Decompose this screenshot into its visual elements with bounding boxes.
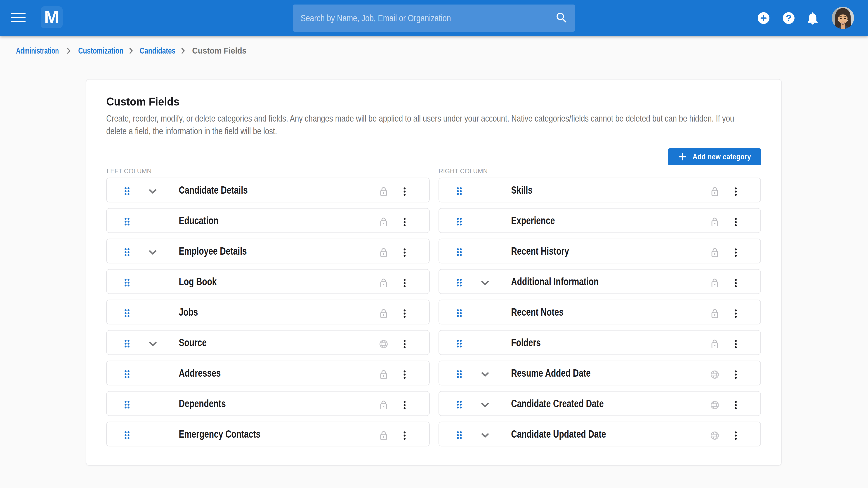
svg-text:?: ? xyxy=(786,13,792,23)
